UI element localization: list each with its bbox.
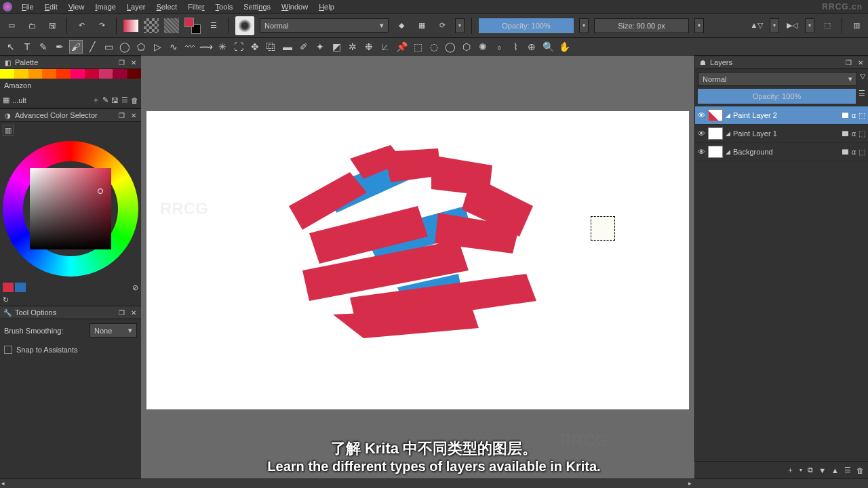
dynamic-brush-tool[interactable]: ⟿ (199, 40, 213, 54)
ellipse-tool[interactable]: ◯ (118, 40, 132, 54)
crop-tool[interactable]: ⿻ (264, 40, 278, 54)
alpha-icon[interactable]: α (852, 148, 856, 156)
color-wheel[interactable] (0, 138, 141, 281)
rect-select-tool[interactable]: ⬚ (411, 40, 425, 54)
pan-tool[interactable]: ✋ (557, 40, 571, 54)
polygon-tool[interactable]: ⬠ (134, 40, 148, 54)
text-tool[interactable]: T (20, 40, 34, 54)
menu-window[interactable]: Window (276, 1, 313, 12)
eraser-button[interactable]: ◆ (394, 18, 409, 33)
bg-swatch[interactable] (15, 283, 26, 292)
palette-grid-icon[interactable]: ▦ (3, 96, 9, 104)
menu-select[interactable]: Select (151, 1, 183, 12)
menu-help[interactable]: Help (313, 1, 340, 12)
save-file-button[interactable]: 🖫 (45, 18, 60, 33)
lock-icon[interactable]: ⯀ (842, 129, 849, 138)
layer-menu-icon[interactable]: ☰ (859, 89, 865, 104)
move-down-icon[interactable]: ▼ (818, 466, 826, 474)
brush-settings-button[interactable]: ☰ (206, 18, 221, 33)
move-tool[interactable]: ↖ (4, 40, 18, 54)
edit-swatch-icon[interactable]: ✎ (102, 96, 108, 104)
zoom-tool[interactable]: 🔍 (541, 40, 555, 54)
multibrush-tool[interactable]: ✳ (216, 40, 229, 54)
filter-layers-icon[interactable]: ▽ (860, 72, 865, 86)
mirror-v-opts[interactable]: ▾ (805, 18, 814, 33)
lock-icon[interactable]: ⯀ (842, 148, 849, 156)
visibility-icon[interactable]: 👁 (698, 148, 705, 156)
layer-props-icon[interactable]: ☰ (844, 466, 851, 474)
delete-swatch-icon[interactable]: 🗑 (131, 96, 138, 104)
fill-tool[interactable]: ▬ (281, 40, 294, 54)
menu-settings[interactable]: Settings (238, 1, 276, 12)
freehand-path-tool[interactable]: 〰 (183, 40, 197, 54)
opacity-slider[interactable]: Opacity: 100% (479, 18, 574, 33)
mirror-vertical-button[interactable]: ▶◁ (785, 18, 800, 33)
alpha-icon[interactable]: α (852, 111, 856, 119)
mirror-h-opts[interactable]: ▾ (770, 18, 779, 33)
reload-button[interactable]: ⟳ (435, 18, 450, 33)
smart-patch-tool[interactable]: ✦ (313, 40, 327, 54)
menu-layer[interactable]: Layer (121, 1, 151, 12)
line-tool[interactable]: ╱ (85, 40, 99, 54)
gradient-tool[interactable]: ◩ (330, 40, 343, 54)
alpha-icon[interactable]: α (852, 129, 856, 138)
fg-bg-color[interactable] (184, 18, 201, 34)
edit-shapes-tool[interactable]: ✎ (37, 40, 50, 54)
clear-color-icon[interactable]: ⊘ (132, 283, 138, 292)
close-icon[interactable]: ✕ (129, 110, 138, 120)
float-icon[interactable]: ❐ (117, 110, 126, 120)
freehand-brush-tool[interactable]: 🖌 (69, 40, 83, 54)
close-icon[interactable]: ✕ (129, 308, 138, 317)
similar-select-tool[interactable]: ⬨ (492, 40, 506, 54)
calligraphy-tool[interactable]: ✒ (53, 40, 66, 54)
polyline-tool[interactable]: ▷ (151, 40, 164, 54)
color-config-icon[interactable]: ▥ (3, 125, 14, 136)
canvas-viewport[interactable]: RRCG RRCG (141, 56, 694, 479)
menu-view[interactable]: View (63, 1, 90, 12)
blend-mode-dropdown[interactable]: Normal ▾ (260, 18, 389, 33)
save-palette-icon[interactable]: 🖫 (111, 96, 119, 104)
duplicate-layer-icon[interactable]: ⧉ (808, 466, 813, 474)
new-file-button[interactable]: ▭ (4, 18, 19, 33)
move-layer-tool[interactable]: ✥ (248, 40, 262, 54)
poly-select-tool[interactable]: ⬡ (460, 40, 473, 54)
smoothing-dropdown[interactable]: None ▾ (90, 323, 137, 338)
freehand-select-tool[interactable]: ◯ (443, 40, 457, 54)
deform-tool[interactable]: ❉ (362, 40, 376, 54)
ellipse-select-tool[interactable]: ◌ (427, 40, 441, 54)
float-icon[interactable]: ❐ (117, 58, 126, 67)
size-dropdown[interactable]: ▾ (694, 18, 704, 33)
lock-icon[interactable]: ⯀ (842, 111, 849, 119)
rectangle-tool[interactable]: ▭ (102, 40, 115, 54)
layer-row[interactable]: 👁 ◢ Paint Layer 2 ⯀ α ⬚ (695, 106, 868, 125)
wrap-around-button[interactable]: ⬚ (820, 18, 835, 33)
texture-button[interactable] (164, 18, 179, 33)
bezier-tool[interactable]: ∿ (167, 40, 180, 54)
menu-filter[interactable]: Filter (182, 1, 210, 12)
menu-image[interactable]: Image (90, 1, 121, 12)
pattern-edit-tool[interactable]: ✲ (346, 40, 359, 54)
alpha-lock-button[interactable]: ▦ (414, 18, 429, 33)
menu-tools[interactable]: Tools (210, 1, 239, 12)
close-icon[interactable]: ✕ (129, 58, 138, 67)
layer-row[interactable]: 👁 ◢ Background ⯀ α ⬚ (695, 143, 868, 161)
magnetic-select-tool[interactable]: ⊕ (525, 40, 538, 54)
visibility-icon[interactable]: 👁 (698, 129, 705, 138)
select-icon[interactable]: ⬚ (859, 129, 865, 138)
contiguous-select-tool[interactable]: ✺ (476, 40, 490, 54)
menu-file[interactable]: File (16, 1, 39, 12)
select-icon[interactable]: ⬚ (859, 111, 865, 120)
layer-row[interactable]: 👁 ◢ Paint Layer 1 ⯀ α ⬚ (695, 125, 868, 143)
reference-tool[interactable]: 📌 (395, 40, 408, 54)
measure-tool[interactable]: ⟀ (378, 40, 392, 54)
visibility-icon[interactable]: 👁 (698, 111, 705, 119)
canvas[interactable]: RRCG RRCG (146, 111, 689, 409)
open-file-button[interactable]: 🗀 (24, 18, 39, 33)
add-swatch-icon[interactable]: ＋ (92, 95, 100, 105)
redo-button[interactable]: ↷ (94, 18, 109, 33)
layer-opacity-slider[interactable]: Opacity: 100% (698, 89, 856, 104)
undo-button[interactable]: ↶ (74, 18, 89, 33)
snap-assistants-checkbox[interactable]: Snap to Assistants (4, 343, 137, 357)
scroll-right-icon[interactable]: ▸ (688, 480, 692, 487)
brush-preset-button[interactable] (235, 16, 254, 35)
